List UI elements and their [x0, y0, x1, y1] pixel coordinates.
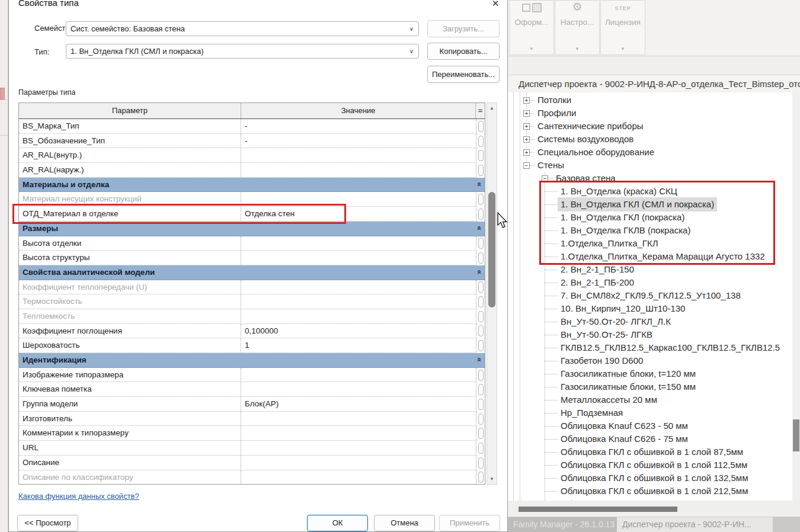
param-associate-checkbox[interactable] [478, 384, 484, 395]
tree-vertical-scrollbar[interactable] [792, 92, 800, 501]
param-value[interactable]: Отделка стен [241, 207, 476, 222]
tree-item-label[interactable]: 1. Вн_Отделка (краска) СКЦ [558, 184, 680, 198]
scroll-down-icon[interactable]: ▼ [487, 474, 497, 484]
tree-item-label[interactable]: 1. Вн_Отделка ГКЛ (покраска) [558, 210, 687, 225]
scrollbar-thumb[interactable] [488, 192, 495, 307]
param-associate-checkbox[interactable] [478, 150, 484, 161]
chevron-down-icon[interactable]: ∨ [409, 44, 414, 58]
tree-item-label[interactable]: Облицовка ГКЛ с обшивкой в 1 слой 87,5мм [558, 445, 746, 459]
preview-button[interactable]: << Просмотр [17, 515, 78, 531]
param-associate-checkbox[interactable] [478, 414, 484, 425]
param-associate-checkbox[interactable] [478, 296, 484, 307]
tree-item-label[interactable]: Облицовка ГКЛ с обшивкой в 1 слой 112,5м… [558, 458, 750, 472]
param-associate-checkbox[interactable] [478, 399, 484, 410]
tree-item-label[interactable]: 1. Вн_Отделка ГКЛВ (покраска) [558, 223, 693, 238]
param-value[interactable] [241, 192, 476, 207]
tree-item-label[interactable]: Облицовка Knauf C626 - 75 мм [558, 432, 691, 446]
tree-expander-icon[interactable]: + [523, 123, 530, 130]
param-value[interactable] [241, 382, 476, 397]
param-value[interactable]: - [241, 119, 476, 134]
ok-button[interactable]: ОК [307, 515, 368, 531]
tree-item-label[interactable]: 10. Вн_Кирпич_120_Шт10-130 [558, 302, 688, 316]
param-value[interactable] [241, 163, 476, 178]
ribbon-button-gear[interactable]: ⚙Настро...▼ [555, 0, 600, 55]
tree-item-label[interactable]: Сантехнические приборы [535, 119, 647, 133]
param-value[interactable] [241, 236, 476, 251]
tree-item-label[interactable]: Вн_Ут-50.От-20- ЛГКЛ_Л.К [558, 315, 674, 329]
family-combobox[interactable]: Сист. семейство: Базовая стена ∨ [66, 21, 419, 36]
tree-item-label[interactable]: 2. Вн_2-1_ПБ-200 [558, 275, 637, 290]
collapse-section-icon[interactable]: « [475, 226, 483, 230]
dropdown-arrow-icon[interactable]: ▼ [510, 46, 553, 52]
scrollbar-thumb[interactable] [519, 507, 677, 512]
tree-item-label[interactable]: ГКЛВ12.5_ГКЛВ12.5_Каркас100_ГКЛВ12.5_ГКЛ… [558, 341, 783, 355]
chevron-down-icon[interactable]: ∨ [409, 22, 414, 36]
tree-item-label[interactable]: Вн_Ут-50.От-25- ЛГКВ [558, 328, 655, 342]
param-associate-checkbox[interactable] [478, 194, 484, 205]
cancel-button[interactable]: Отмена [374, 515, 435, 531]
param-associate-checkbox[interactable] [478, 428, 484, 439]
collapse-section-icon[interactable]: « [475, 270, 483, 274]
tree-expander-icon[interactable]: + [523, 97, 530, 104]
tree-item-label[interactable]: 1.Отделка_Плитка_Керама Марацци Агусто 1… [558, 249, 768, 264]
help-link[interactable]: Какова функция данных свойств? [18, 492, 139, 501]
dropdown-arrow-icon[interactable]: ▼ [601, 46, 645, 52]
apply-button[interactable]: Применить [439, 515, 500, 531]
param-value[interactable] [241, 412, 476, 427]
param-associate-checkbox[interactable] [478, 121, 484, 132]
tree-item-label[interactable]: Газосиликатные блоки, t=150 мм [558, 380, 699, 394]
close-icon[interactable]: ✕ [488, 0, 503, 10]
tree-expander-icon[interactable]: − [523, 162, 530, 169]
tree-item-label[interactable]: Газосиликатные блоки, t=120 мм [558, 367, 699, 381]
tree-item-label[interactable]: Системы воздуховодов [535, 132, 636, 146]
param-value[interactable]: 1 [241, 338, 476, 353]
section-row[interactable]: Свойства аналитической модели« [19, 265, 485, 280]
tree-item-label[interactable]: Облицовка ГКЛ с обшивкой в 1 слой 212,5м… [558, 484, 751, 498]
param-value[interactable] [241, 456, 476, 470]
scrollbar-thumb[interactable] [793, 419, 799, 451]
param-value[interactable] [241, 251, 476, 265]
param-value[interactable] [241, 368, 476, 383]
param-associate-checkbox[interactable] [478, 370, 484, 381]
tree-item-label-selected[interactable]: 1. Вн_Отделка ГКЛ (СМЛ и покраска) [558, 197, 717, 211]
tree-item-label[interactable]: 2. Вн_2-1_ПБ-150 [558, 262, 637, 277]
tab-family-manager[interactable]: Family Manager - 26.1.0.13 [508, 517, 617, 532]
tree-item-label[interactable]: 1.Отделка_Плитка_ГКЛ [558, 236, 661, 251]
param-associate-checkbox[interactable] [478, 472, 484, 483]
dropdown-arrow-icon[interactable]: ▼ [555, 46, 599, 52]
tree-item-label[interactable]: 7. Вн_СМЛ8х2_ГКЛ9.5_ГКЛ12.5_Ут100_138 [558, 289, 744, 303]
section-row[interactable]: Размеры« [19, 222, 485, 236]
tree-item-label[interactable]: Стены [535, 158, 567, 172]
section-row[interactable]: Материалы и отделка« [19, 178, 485, 193]
tree-expander-icon[interactable]: − [542, 175, 548, 182]
tree-item-label[interactable]: Металлокассеты 20 мм [558, 393, 660, 407]
param-associate-checkbox[interactable] [478, 252, 484, 264]
load-button[interactable]: Загрузить... [427, 20, 500, 37]
param-associate-checkbox[interactable] [478, 311, 484, 322]
param-associate-checkbox[interactable] [478, 325, 484, 336]
column-header-parameter[interactable]: Параметр [19, 103, 241, 118]
ribbon-button-bimstep[interactable]: STEPЛицензия▼ [600, 0, 645, 55]
collapse-section-icon[interactable]: « [475, 357, 483, 361]
param-value[interactable] [241, 470, 476, 485]
tab-extra[interactable] [773, 517, 800, 532]
param-value[interactable] [241, 294, 476, 309]
param-value[interactable]: - [241, 134, 476, 149]
tree-item-label[interactable]: Потолки [535, 93, 574, 107]
collapse-section-icon[interactable]: « [475, 182, 483, 186]
tree-item-label[interactable]: Облицовка ГКЛ с обшивкой в 1 слой 132,5м… [558, 471, 751, 485]
rename-button[interactable]: Переименовать... [427, 66, 500, 83]
tree-expander-icon[interactable]: + [523, 110, 530, 117]
type-combobox[interactable]: 1. Вн_Отделка ГКЛ (СМЛ и покраска) ∨ [66, 44, 419, 59]
param-value[interactable] [241, 426, 476, 441]
param-associate-checkbox[interactable] [478, 165, 484, 176]
tree-item-label[interactable]: Нр_Подземная [558, 406, 626, 420]
param-value[interactable]: Блок(АР) [241, 397, 476, 412]
param-associate-checkbox[interactable] [478, 281, 484, 293]
tree-item-label[interactable]: Профили [535, 106, 579, 120]
param-value[interactable]: 0,100000 [241, 324, 476, 339]
param-value[interactable] [241, 148, 476, 163]
duplicate-button[interactable]: Копировать... [427, 43, 500, 60]
scroll-up-icon[interactable]: ▲ [487, 103, 497, 113]
param-associate-checkbox[interactable] [478, 443, 484, 454]
